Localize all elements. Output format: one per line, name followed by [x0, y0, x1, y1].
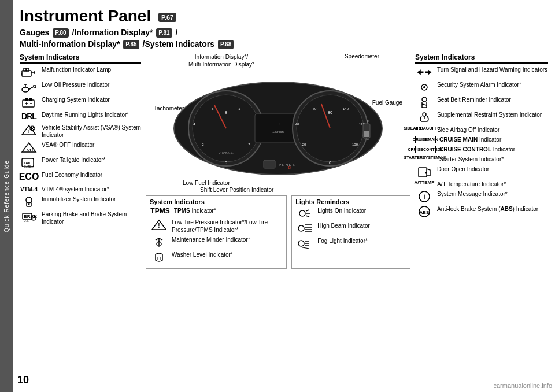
tpms-panel: System Indicators TPMS TPMS Indicator* !…	[146, 195, 287, 269]
svg-text:!: !	[28, 129, 30, 134]
side-airbag-icon: SIDEAIRBAGOFFU.S.	[415, 126, 434, 131]
content-row: System Indicators Malfunction Indicator …	[20, 53, 548, 269]
main-content: Instrument Panel P.67 Gauges P.80 /Infor…	[13, 0, 555, 392]
svg-text:D: D	[288, 165, 291, 169]
list-item: Security System Alarm Indicator*	[415, 81, 548, 94]
eco-icon: ECO	[20, 171, 38, 183]
maintenance-text: Maintenance Minder Indicator*	[172, 236, 283, 243]
left-indicator-list: Malfunction Indicator Lamp Low Oil Press…	[20, 66, 141, 225]
svg-point-6	[22, 87, 29, 92]
info-display-label: Information Display*/Multi-Information D…	[188, 53, 254, 68]
center-column: Information Display*/Multi-Information D…	[146, 53, 410, 269]
svg-line-81	[302, 247, 309, 249]
right-section-title: System Indicators	[415, 53, 548, 64]
svg-line-69	[306, 210, 309, 211]
svg-text:D: D	[276, 122, 279, 126]
svg-point-91	[426, 172, 427, 174]
list-item: Fog Light Indicator*	[295, 237, 406, 250]
turn-signal-icon	[415, 66, 434, 79]
list-item: OFF VSA® OFF Indicator	[20, 141, 141, 154]
high-beam-text: High Beam Indicator	[317, 222, 406, 230]
list-item: High Beam Indicator	[295, 222, 406, 235]
srs-text: Supplemental Restraint System Indicator	[437, 111, 548, 119]
svg-rect-2	[27, 68, 29, 71]
svg-text:ABS: ABS	[420, 210, 430, 215]
list-item: Maintenance Minder Indicator*	[150, 236, 283, 249]
list-item: SIDEAIRBAGOFFU.S. Side Airbag Off Indica…	[415, 126, 548, 134]
cruise-control-text: CRUISE CONTROL Indicator	[439, 146, 548, 153]
low-fuel-label: Low Fuel Indicator	[183, 180, 230, 186]
list-item: VTM-4 VTM-4® system Indicator*	[20, 186, 141, 193]
brake-icon: BRAKEU.S.!	[20, 210, 38, 223]
cruise-main-text: CRUISE MAIN Indicator	[439, 136, 548, 143]
cruise-main-icon: CRUISEMAIN	[415, 136, 436, 143]
svg-rect-61	[264, 160, 275, 168]
side-airbag-text: Side Airbag Off Indicator	[437, 126, 548, 134]
list-item: Lights On Indicator	[295, 207, 406, 220]
starter-text: Starter System Indicator*	[439, 156, 548, 163]
low-tire-icon: !	[150, 219, 168, 231]
svg-text:×1000r/min: ×1000r/min	[219, 151, 233, 155]
list-item: STARTERSYSTEMU.S. Starter System Indicat…	[415, 156, 548, 163]
list-item: Charging System Indicator	[20, 96, 141, 109]
svg-text:!: !	[158, 223, 160, 229]
list-item: Seat Belt Reminder Indicator	[415, 96, 548, 109]
lights-on-text: Lights On Indicator	[317, 207, 406, 215]
svg-text:OFF: OFF	[27, 148, 34, 151]
svg-point-77	[298, 241, 304, 246]
sidebar-label: Quick Reference Guide	[3, 160, 10, 232]
list-item: CRUISECONTROL CRUISE CONTROL Indicator	[415, 146, 548, 153]
svg-point-68	[299, 210, 305, 216]
oil-text: Low Oil Pressure Indicator	[42, 81, 141, 88]
svg-point-24	[28, 204, 30, 205]
list-item: Supplemental Restraint System Indicator	[415, 111, 548, 124]
sys-message-icon: i	[415, 190, 434, 203]
list-item: Low Oil Pressure Indicator	[20, 81, 141, 94]
maintenance-icon	[150, 236, 168, 249]
svg-text:60: 60	[313, 107, 317, 110]
speedometer-label: Speedometer	[345, 53, 379, 60]
vsa-off-text: VSA® OFF Indicator	[42, 141, 141, 149]
list-item: A/TTEMP A/T Temperature Indicator*	[415, 180, 548, 188]
right-indicator-list: Turn Signal and Hazard Warning Indicator…	[415, 66, 548, 218]
eco-text: Fuel Economy Indicator	[42, 171, 141, 179]
fog-light-text: Fog Light Indicator*	[317, 237, 406, 245]
svg-rect-11	[29, 98, 32, 101]
list-item: Turn Signal and Hazard Warning Indicator…	[415, 66, 548, 79]
title-badge: P.67	[158, 13, 176, 22]
list-item: TPMS TPMS Indicator*	[150, 207, 283, 216]
svg-text:0: 0	[329, 161, 331, 165]
right-column: System Indicators Turn Signal and Hazard…	[415, 53, 548, 269]
svg-rect-10	[25, 98, 28, 101]
svg-line-87	[422, 104, 427, 105]
below-dashboard: System Indicators TPMS TPMS Indicator* !…	[146, 195, 410, 269]
svg-text:123456: 123456	[272, 130, 284, 134]
svg-text:80: 80	[328, 110, 332, 114]
battery-text: Charging System Indicator	[42, 96, 141, 103]
turn-signal-text: Turn Signal and Hazard Warning Indicator…	[437, 66, 548, 73]
list-item: Door Open Indicator	[415, 165, 548, 178]
svg-text:U.S.: U.S.	[24, 219, 29, 223]
svg-text:F: F	[367, 120, 369, 123]
svg-rect-1	[24, 68, 26, 71]
shift-label: Shift Lever Position Indicator	[200, 187, 273, 193]
svg-marker-83	[426, 70, 432, 75]
list-item: ECO Fuel Economy Indicator	[20, 171, 141, 183]
abs-text: Anti-lock Brake System (ABS) Indicator	[437, 205, 548, 213]
sys-message-text: System Message Indicator*	[437, 190, 548, 198]
list-item: TAILGATEU.S. Power Tailgate Indicator*	[20, 156, 141, 169]
svg-text:20: 20	[302, 143, 306, 146]
list-item: CRUISEMAIN CRUISE MAIN Indicator	[415, 136, 548, 143]
oilcan-icon	[20, 81, 38, 94]
svg-marker-82	[417, 70, 424, 75]
seatbelt-icon	[415, 96, 434, 109]
fog-light-icon	[295, 237, 314, 250]
door-open-icon	[415, 165, 434, 178]
svg-line-71	[306, 216, 309, 217]
tpms-icon: TPMS	[150, 207, 171, 216]
dashboard-svg: 8 0 4 6 2 7 5 1 ×1000r/min D 123456	[171, 71, 385, 175]
drl-text: Daytime Running Lights Indicator*	[42, 111, 141, 119]
brake-text: Parking Brake and Brake System Indicator	[42, 210, 141, 225]
drl-icon: DRL	[20, 111, 38, 121]
immobilizer-icon	[20, 195, 38, 208]
